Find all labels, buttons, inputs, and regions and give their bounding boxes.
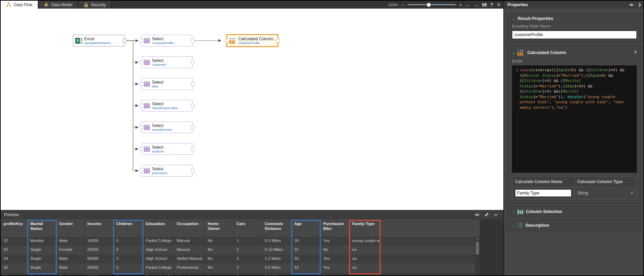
node-calculated-column[interactable]: + Calculated Column.. customerProfile: [226, 34, 279, 47]
line-number: 1: [513, 67, 520, 171]
column-header-commute-distance[interactable]: Commute Distance: [262, 219, 292, 237]
eye-icon[interactable]: [629, 3, 634, 7]
scrollbar-thumb[interactable]: [476, 242, 479, 255]
calc-column-type-select[interactable]: String ▼: [575, 189, 636, 198]
properties-header: Properties ❯: [504, 1, 644, 9]
column-header-occupation[interactable]: Occupation: [174, 219, 205, 237]
column-header-age[interactable]: Age: [292, 219, 320, 237]
calculated-column-table: Calculate Column Name Calculate Column T…: [512, 176, 637, 199]
node-select-manufacturerdeta[interactable]: Selectmanufacturer deta...: [142, 100, 193, 112]
table-cell: 80000: [85, 255, 113, 264]
node-title: Select: [152, 80, 163, 85]
input-port[interactable]: [140, 104, 143, 108]
save-icon[interactable]: [482, 2, 487, 7]
help-icon[interactable]: ?: [634, 50, 637, 55]
table-cell: Yes: [320, 255, 349, 264]
column-header-income[interactable]: Income: [85, 219, 113, 237]
calc-column-name-input[interactable]: [515, 189, 571, 197]
eye-icon[interactable]: [474, 213, 480, 217]
script-code[interactable]: case(criterias(([Age]<30) && ([Children]…: [520, 67, 624, 171]
node-select-data[interactable]: Selectdata: [142, 78, 193, 90]
input-port[interactable]: [140, 39, 143, 43]
section-title[interactable]: Calculated Column: [527, 50, 566, 55]
node-select-promotions[interactable]: Selectpromotions: [142, 165, 193, 177]
close-icon[interactable]: ✕: [496, 2, 501, 7]
node-select-products[interactable]: Selectproducts: [142, 143, 193, 155]
table-cell: 90000: [85, 264, 113, 273]
node-select-customerProfile[interactable]: SelectcustomerProfile...: [142, 35, 193, 46]
column-header-family-type[interactable]: Family Type: [349, 219, 380, 237]
input-port[interactable]: [140, 126, 143, 129]
column-header-children[interactable]: Children: [113, 219, 143, 237]
table-cell-filler: [380, 273, 480, 276]
section-title[interactable]: Column Selection: [526, 209, 562, 214]
input-port[interactable]: [140, 147, 143, 151]
chevron-down-icon[interactable]: ⌄: [512, 51, 515, 54]
node-select-manufacturers[interactable]: Selectmanufacturers: [142, 121, 193, 133]
section-column-selection[interactable]: ⌄ ✓ Column Selection: [507, 206, 641, 217]
column-header-education[interactable]: Education: [143, 219, 174, 237]
preview-vertical-scrollbar[interactable]: ▲: [475, 237, 480, 276]
section-title[interactable]: Result Properties: [517, 16, 553, 21]
output-port[interactable]: [191, 126, 195, 129]
output-port[interactable]: [191, 169, 195, 173]
forward-arrow-icon[interactable]: →: [474, 2, 479, 7]
input-port[interactable]: [140, 82, 143, 86]
input-port[interactable]: [140, 61, 143, 64]
script-editor[interactable]: 1 case(criterias(([Age]<30) && ([Childre…: [512, 65, 637, 173]
table-row[interactable]: 35SingleMale900005Partial CollegeProfess…: [1, 264, 480, 273]
output-port[interactable]: [191, 147, 195, 151]
dataflow-canvas[interactable]: X Excel SpreadSheetDemo... Selectcustome…: [1, 9, 503, 210]
collapse-down-icon[interactable]: [494, 213, 498, 216]
input-port[interactable]: [140, 169, 143, 173]
table-row[interactable]: 36MarriedFemale100000Partial High SchoMa…: [1, 273, 480, 276]
calculated-column-icon: +: [229, 38, 236, 44]
output-port[interactable]: [276, 39, 280, 43]
zoom-slider-handle[interactable]: [427, 3, 431, 7]
chevron-down-icon[interactable]: ⌄: [512, 210, 515, 214]
zoom-in-icon[interactable]: +: [459, 2, 462, 7]
zoom-slider[interactable]: [408, 4, 456, 5]
table-cell: High School: [143, 246, 174, 255]
output-port[interactable]: [123, 39, 127, 43]
table-cell: 2: [234, 264, 262, 273]
node-excel-source[interactable]: X Excel SpreadSheetDemo...: [73, 35, 124, 46]
table-cell: 34: [1, 255, 28, 264]
column-header-profilekey[interactable]: profileKey: [1, 219, 28, 237]
zoom-out-icon[interactable]: −: [401, 2, 404, 7]
section-title[interactable]: Description: [525, 223, 549, 228]
table-row[interactable]: 33SingleFemale200000High SchoolManualNo1…: [1, 246, 480, 255]
table-cell: 33: [1, 246, 28, 255]
pin-icon[interactable]: [484, 212, 489, 217]
properties-panel: Properties ❯ ⌄ Result Properties Resulti…: [503, 1, 644, 276]
tab-security[interactable]: Security: [78, 1, 112, 9]
back-arrow-icon[interactable]: ←: [466, 2, 470, 7]
calc-column-type-header: Calculate Column Type: [575, 177, 636, 187]
table-cell: Partial High Scho: [143, 273, 174, 276]
column-header-cars[interactable]: Cars: [234, 219, 262, 237]
collapse-panel-icon[interactable]: ❯: [638, 2, 641, 7]
chevron-down-icon[interactable]: ⌄: [512, 17, 515, 21]
table-row[interactable]: 32MarriedMale100000Partial CollegeManual…: [1, 237, 480, 246]
input-port[interactable]: [225, 39, 229, 43]
column-header-home-owner[interactable]: Home Owner: [205, 219, 234, 237]
help-icon[interactable]: ?: [490, 2, 493, 7]
output-port[interactable]: [191, 61, 195, 64]
section-description[interactable]: ⌄ i Description: [507, 220, 641, 231]
resulting-table-name-input[interactable]: [512, 31, 637, 39]
table-cell: 0-1 Miles: [262, 237, 292, 246]
table-cell: Married: [28, 273, 56, 276]
column-header-purchased-bike[interactable]: Purchased Bike: [320, 219, 349, 237]
output-port[interactable]: [191, 39, 195, 43]
output-port[interactable]: [191, 82, 195, 86]
column-header-gender[interactable]: Gender: [56, 219, 85, 237]
scroll-up-icon[interactable]: ▲: [475, 237, 480, 241]
tab-data-flow[interactable]: Data Flow: [1, 1, 39, 9]
tab-data-model[interactable]: Data Model: [39, 1, 78, 9]
column-header-marital-status[interactable]: Marital Status: [28, 219, 56, 237]
table-cell: No: [205, 246, 234, 255]
output-port[interactable]: [191, 104, 195, 108]
table-row[interactable]: 34SingleMale800002High SchoolSkilled Man…: [1, 255, 480, 264]
chevron-down-icon[interactable]: ⌄: [512, 223, 515, 227]
node-select-customers[interactable]: Selectcustomers: [142, 56, 193, 68]
